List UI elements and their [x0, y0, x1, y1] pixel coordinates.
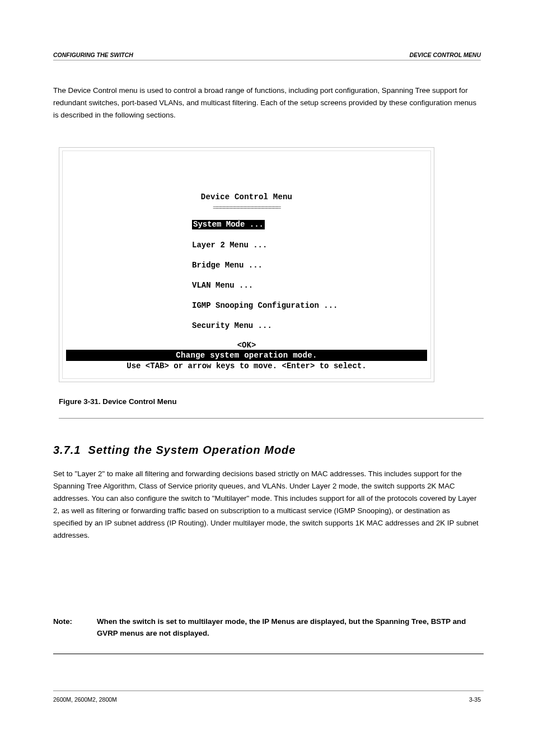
- intro-paragraph: The Device Control menu is used to contr…: [53, 84, 481, 121]
- menu-item-vlan[interactable]: VLAN Menu ...: [192, 281, 253, 290]
- hr-s3: ENU: [469, 51, 481, 58]
- menu-item-igmp[interactable]: IGMP Snooping Configuration ...: [192, 301, 338, 310]
- note-rule: [53, 654, 484, 654]
- menu-title: Device Control Menu: [201, 192, 292, 201]
- hr-b1: D: [409, 51, 414, 58]
- hl-b2: S: [110, 51, 114, 58]
- note-body: When the switch is set to multilayer mod…: [97, 616, 484, 640]
- header-rule: [53, 60, 481, 60]
- hr-s2: ONTROL: [437, 51, 463, 58]
- menu-underline: ═══════════════════: [213, 204, 280, 212]
- ok-button[interactable]: <OK>: [237, 341, 256, 350]
- menu-item-security[interactable]: Security Menu ...: [192, 321, 272, 330]
- page-footer: 2600M, 2600M2, 2800M 3-35: [53, 696, 481, 703]
- header-left: CONFIGURING THE SWITCH: [53, 51, 133, 58]
- status-line: Change system operation mode.: [66, 350, 427, 361]
- hr-b2: C: [433, 51, 437, 58]
- terminal-screen: Device Control Menu ═══════════════════ …: [63, 151, 430, 378]
- note-label: Note:: [53, 616, 72, 627]
- hl-b1: C: [53, 51, 58, 58]
- device-control-screenshot: Device Control Menu ═══════════════════ …: [59, 148, 434, 382]
- hl-s2: WITCH: [114, 51, 133, 58]
- menu-list: System Mode ... Layer 2 Menu ... Bridge …: [192, 220, 338, 341]
- menu-item-bridge[interactable]: Bridge Menu ...: [192, 261, 263, 270]
- figure-rule: [59, 418, 484, 419]
- note-block: Note: When the switch is set to multilay…: [53, 616, 484, 640]
- hl-s1: ONFIGURING THE: [58, 51, 110, 58]
- header-right: DEVICE CONTROL MENU: [409, 51, 481, 58]
- page-header: CONFIGURING THE SWITCH DEVICE CONTROL ME…: [53, 51, 481, 58]
- hr-b3: M: [463, 51, 469, 58]
- footer-right: 3-35: [469, 696, 481, 703]
- menu-item-layer2[interactable]: Layer 2 Menu ...: [192, 241, 267, 250]
- section-number: 3.7.1: [53, 444, 81, 456]
- menu-item-system-mode[interactable]: System Mode ...: [192, 220, 265, 229]
- hr-s1: EVICE: [414, 51, 433, 58]
- hint-line: Use <TAB> or arrow keys to move. <Enter>…: [127, 361, 366, 370]
- footer-left: 2600M, 2600M2, 2800M: [53, 696, 117, 703]
- section-title: Setting the System Operation Mode: [88, 444, 296, 456]
- footer-rule: [53, 691, 484, 691]
- section-heading: 3.7.1 Setting the System Operation Mode: [53, 444, 296, 457]
- figure-caption: Figure 3-31. Device Control Menu: [59, 397, 481, 406]
- section-paragraph: Set to "Layer 2" to make all filtering a…: [53, 468, 481, 542]
